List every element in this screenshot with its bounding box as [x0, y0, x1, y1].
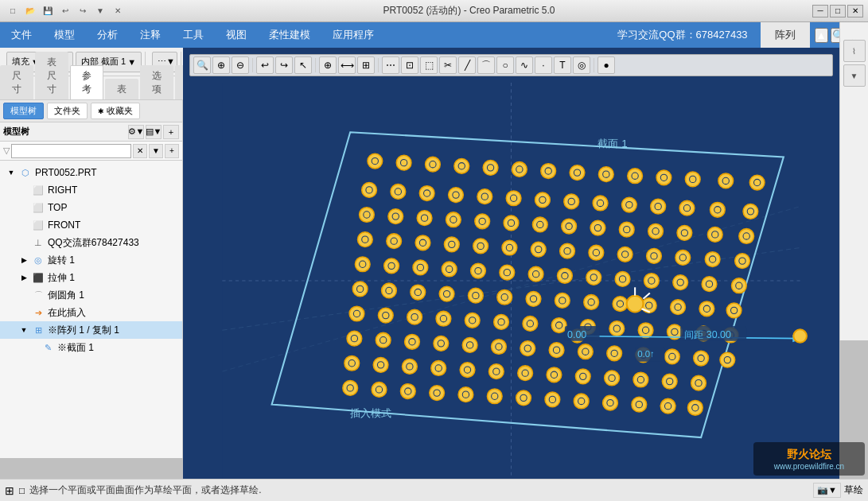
expand-root[interactable]: ▼ [6, 168, 16, 177]
tree-search-input[interactable] [11, 144, 131, 158]
extrude-icon: ⬛ [32, 271, 45, 284]
tree-label-revolve: 旋转 1 [48, 254, 75, 267]
menu-model[interactable]: 模型 [43, 22, 86, 48]
right-plane-icon: ⬜ [32, 184, 45, 196]
vp-undo[interactable]: ↩ [256, 56, 274, 74]
tree-cols-btn[interactable]: ▤▼ [146, 125, 162, 139]
undo-btn[interactable]: ↩ [57, 4, 73, 18]
expand-revolve[interactable]: ▶ [19, 255, 29, 265]
tree-item-round[interactable]: ▶ ⌒ 倒圆角 1 [0, 286, 182, 304]
svg-point-184 [494, 315, 509, 330]
subtab-table[interactable]: 表 [105, 79, 138, 99]
vp-zoom-in[interactable]: ⊕ [212, 56, 230, 74]
vp-spline[interactable]: ∿ [516, 56, 533, 74]
menu-analysis[interactable]: 分析 [86, 22, 129, 48]
menu-file[interactable]: 文件 [0, 22, 43, 48]
favorites-tab[interactable]: ✱ 收藏夹 [91, 103, 140, 119]
ribbon-scroll-up[interactable]: ▲ [815, 28, 828, 43]
svg-point-122 [413, 260, 428, 275]
tree-item-top[interactable]: ▶ ⬜ TOP [0, 199, 182, 216]
tree-item-root[interactable]: ▼ ⬡ PRT0052.PRT [0, 164, 182, 181]
redo-btn[interactable]: ↪ [75, 4, 91, 18]
menu-flexible[interactable]: 柔性建模 [258, 22, 321, 48]
vp-pattern[interactable]: ⊡ [401, 56, 418, 74]
svg-point-18 [541, 164, 556, 179]
tree-search: ▽ ✕ ▼ + [0, 142, 182, 161]
tree-search-add[interactable]: + [165, 144, 179, 158]
menu-annotation[interactable]: 注释 [129, 22, 172, 48]
modeltree-header: 模型树 文件夹 ✱ 收藏夹 [0, 100, 182, 122]
subtab-reference[interactable]: 参考 [70, 65, 103, 99]
vp-offset[interactable]: ⬚ [420, 56, 438, 74]
menu-array[interactable]: 阵列 [761, 22, 810, 48]
tree-item-qq[interactable]: ▶ ⊥ QQ交流群678427433 [0, 234, 182, 251]
vp-dimension[interactable]: ⟷ [338, 56, 356, 74]
vp-arc[interactable]: ⌒ [477, 56, 495, 74]
canvas-area[interactable]: 截面 1 [183, 83, 839, 479]
svg-point-270 [545, 392, 560, 407]
expand-pattern[interactable]: ▼ [19, 325, 29, 335]
vp-more[interactable]: ● [597, 56, 615, 74]
vp-circle[interactable]: ○ [496, 56, 514, 74]
tree-settings-btn[interactable]: ⚙▼ [128, 125, 144, 139]
modeltree-tab[interactable]: 模型树 [3, 103, 44, 119]
svg-point-98 [473, 239, 488, 254]
status-camera-btn[interactable]: 📷▼ [813, 483, 841, 498]
vp-point[interactable]: · [535, 56, 552, 74]
vp-trim[interactable]: ✂ [439, 56, 457, 74]
tree-item-front[interactable]: ▶ ⬜ FRONT [0, 216, 182, 234]
subtab-table-dim[interactable]: 表尺寸 [35, 52, 68, 99]
new-btn[interactable]: □ [5, 4, 21, 18]
svg-point-120 [384, 258, 399, 274]
close-btn[interactable]: ✕ [847, 5, 863, 17]
vp-line[interactable]: ╱ [458, 56, 476, 74]
vp-ref[interactable]: ⊞ [357, 56, 375, 74]
svg-point-240 [488, 364, 504, 379]
tree-search-down[interactable]: ▼ [149, 144, 163, 158]
vp-text[interactable]: T [554, 56, 571, 74]
svg-point-220 [607, 346, 622, 361]
svg-point-88 [739, 229, 754, 244]
menu-apps[interactable]: 应用程序 [321, 22, 385, 48]
folder-tab[interactable]: 文件夹 [47, 103, 88, 119]
tree-item-revolve[interactable]: ▶ ◎ 旋转 1 [0, 251, 182, 269]
tree-add-btn[interactable]: + [163, 125, 179, 139]
tree-item-right[interactable]: ▶ ⬜ RIGHT [0, 181, 182, 199]
vp-select[interactable]: ↖ [294, 56, 312, 74]
vp-zoom-out[interactable]: ⊖ [232, 56, 249, 74]
tree-item-extrude[interactable]: ▶ ⬛ 拉伸 1 [0, 269, 182, 286]
subtab-dimension[interactable]: 尺寸 [0, 65, 33, 99]
svg-point-110 [647, 249, 662, 264]
expand-extrude[interactable]: ▶ [19, 273, 29, 282]
svg-point-92 [387, 234, 402, 249]
svg-text:间距 30.00: 间距 30.00 [684, 329, 731, 340]
maximize-btn[interactable]: □ [830, 5, 846, 17]
minimize-btn[interactable]: ─ [812, 5, 828, 17]
section-dd-icon[interactable]: ▼ [127, 57, 136, 67]
vp-zoom-fit[interactable]: 🔍 [193, 56, 211, 74]
svg-point-24 [628, 169, 643, 184]
sidebar-btn-1[interactable]: ⌇ [843, 40, 866, 62]
close-x-btn[interactable]: ✕ [110, 4, 126, 18]
tree-item-insert[interactable]: ▶ ➔ 在此插入 [0, 304, 182, 321]
svg-point-258 [372, 383, 387, 398]
sidebar-btn-2[interactable]: ▼ [843, 64, 866, 87]
svg-point-28 [685, 172, 700, 187]
tree-search-clear[interactable]: ✕ [133, 144, 147, 158]
menu-btn[interactable]: ▼ [92, 4, 108, 18]
svg-point-144 [732, 278, 747, 293]
vp-snap[interactable]: ◎ [573, 56, 590, 74]
menu-view[interactable]: 视图 [215, 22, 258, 48]
tree-item-section[interactable]: ▶ ✎ ※截面 1 [0, 339, 182, 356]
open-btn[interactable]: 📂 [22, 4, 38, 18]
svg-point-82 [648, 223, 664, 239]
save-btn[interactable]: 💾 [40, 4, 56, 18]
svg-point-10 [426, 157, 441, 172]
svg-point-54 [651, 199, 666, 214]
tree-item-pattern[interactable]: ▼ ⊞ ※阵列 1 / 复制 1 [0, 321, 182, 339]
subtab-options[interactable]: 选项 [140, 65, 173, 99]
menu-tools[interactable]: 工具 [172, 22, 215, 48]
vp-constraint[interactable]: ⊕ [319, 56, 337, 74]
vp-redo[interactable]: ↪ [275, 56, 293, 74]
vp-mirror[interactable]: ⋯ [382, 56, 399, 74]
